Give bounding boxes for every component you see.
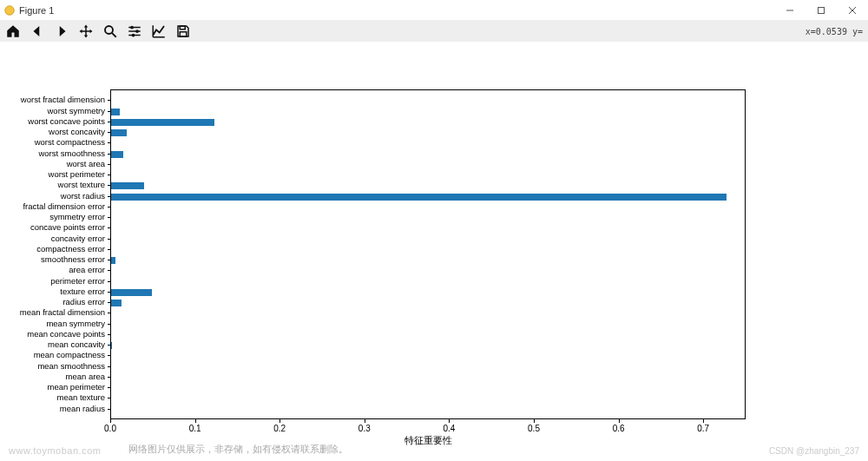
y-tick-label: mean area [0, 372, 105, 381]
y-tick-label: mean concavity [0, 340, 105, 349]
svg-rect-13 [180, 26, 185, 30]
pan-button[interactable] [78, 23, 94, 39]
footer-center-text: 网络图片仅供展示，非存储，如有侵权请联系删除。 [128, 443, 348, 456]
bar [111, 194, 727, 201]
svg-line-6 [112, 33, 116, 37]
svg-point-11 [135, 30, 139, 33]
watermark-right: CSDN @zhangbin_237 [769, 446, 859, 456]
svg-rect-14 [180, 32, 187, 36]
bar [111, 182, 144, 189]
bar [111, 257, 115, 264]
home-button[interactable] [5, 23, 21, 39]
y-tick-label: mean symmetry [0, 319, 105, 328]
y-tick-label: mean concave points [0, 330, 105, 339]
y-tick-label: mean radius [0, 405, 105, 413]
y-tick-label: texture error [0, 287, 105, 296]
x-tick-label: 0.4 [440, 424, 457, 433]
y-axis-labels: worst fractal dimensionworst symmetrywor… [0, 89, 110, 419]
y-tick-label: mean perimeter [0, 383, 105, 392]
y-tick-label: smoothness error [0, 255, 105, 264]
bar [111, 151, 123, 158]
x-tick-label: 0.3 [356, 424, 373, 433]
save-button[interactable] [175, 23, 191, 39]
chart-bars [111, 90, 745, 418]
y-tick-label: area error [0, 266, 105, 274]
y-tick-label: worst radius [0, 192, 105, 201]
x-tick-label: 0.2 [271, 424, 288, 433]
y-tick-label: perimeter error [0, 277, 105, 286]
y-tick-label: worst texture [0, 181, 105, 189]
y-tick-label: worst symmetry [0, 107, 105, 115]
app-icon [3, 4, 16, 16]
y-tick-label: worst concave points [0, 117, 105, 126]
y-tick-label: fractal dimension error [0, 202, 105, 211]
bar [111, 289, 152, 296]
window-titlebar: Figure 1 [0, 0, 868, 21]
zoom-button[interactable] [102, 23, 118, 39]
maximize-button[interactable] [806, 0, 837, 21]
close-button[interactable] [837, 0, 868, 21]
bar [111, 300, 122, 306]
matplotlib-toolbar: x=0.0539 y= [0, 21, 868, 42]
y-tick-label: worst concavity [0, 128, 105, 136]
y-tick-label: concavity error [0, 234, 105, 243]
figure-canvas[interactable]: worst fractal dimensionworst symmetrywor… [0, 42, 868, 461]
svg-point-5 [105, 26, 113, 34]
x-tick-label: 0.1 [187, 424, 204, 433]
cursor-coordinates: x=0.0539 y= [806, 27, 863, 36]
forward-button[interactable] [54, 23, 69, 39]
subplots-button[interactable] [127, 23, 142, 39]
y-tick-label: worst smoothness [0, 149, 105, 158]
bar [111, 342, 112, 349]
bar [111, 109, 120, 115]
x-tick-label: 0.6 [610, 424, 628, 433]
y-tick-label: mean compactness [0, 351, 105, 359]
back-button[interactable] [30, 23, 45, 39]
bar [111, 119, 214, 126]
y-tick-label: worst compactness [0, 138, 105, 147]
window-controls [774, 0, 868, 21]
x-tick-label: 0.5 [525, 424, 542, 433]
svg-point-12 [132, 34, 135, 37]
y-tick-label: compactness error [0, 245, 105, 254]
svg-point-10 [130, 26, 134, 30]
bar [111, 129, 127, 136]
minimize-button[interactable] [774, 0, 806, 21]
edit-axis-button[interactable] [151, 23, 167, 39]
y-tick-label: worst fractal dimension [0, 95, 105, 104]
y-tick-label: mean fractal dimension [0, 308, 105, 317]
x-tick-label: 0.7 [694, 424, 712, 433]
svg-rect-2 [819, 8, 825, 14]
y-tick-label: worst perimeter [0, 170, 105, 179]
y-tick-label: concave points error [0, 223, 105, 232]
watermark-left: www.toymoban.com [9, 445, 101, 456]
svg-point-0 [5, 5, 15, 15]
y-tick-label: mean texture [0, 393, 105, 402]
x-tick-label: 0.0 [102, 424, 119, 433]
window-title: Figure 1 [19, 5, 54, 16]
y-tick-label: worst area [0, 160, 105, 168]
y-tick-label: radius error [0, 298, 105, 306]
y-tick-label: mean smoothness [0, 362, 105, 371]
y-tick-label: symmetry error [0, 213, 105, 221]
